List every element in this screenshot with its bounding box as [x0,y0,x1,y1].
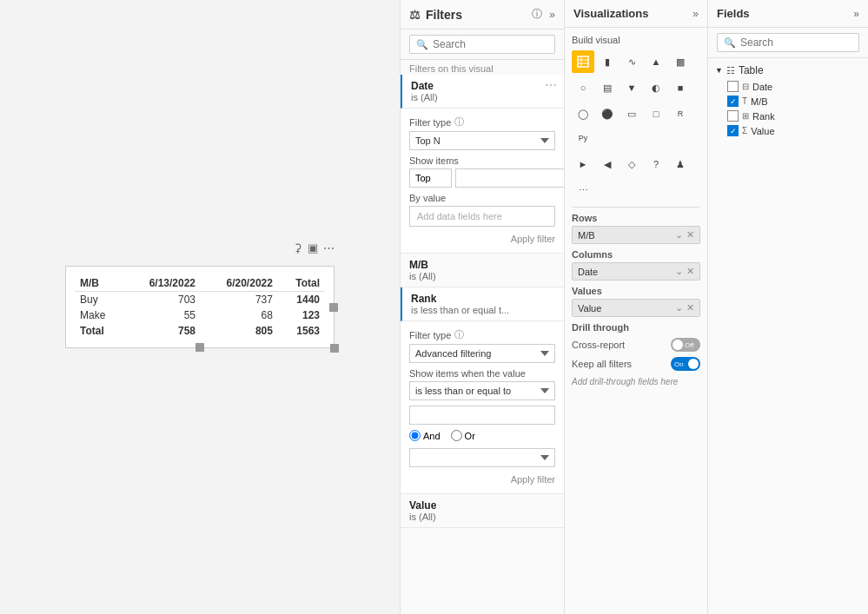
viz-gauge-icon[interactable]: ◐ [645,76,667,99]
radio-and[interactable] [409,430,421,441]
field-checkbox[interactable] [727,110,739,122]
table-header: Total [278,275,325,292]
keep-filters-toggle[interactable]: On [671,357,700,371]
fields-panel-header: Fields » [708,0,868,28]
viz-matrix-icon[interactable]: R [669,102,692,125]
focus-icon[interactable]: ▣ [308,241,318,254]
radio-and-label[interactable]: And [409,430,441,441]
condition-dropdown-rank[interactable]: is less than or equal to is less than is… [409,381,555,400]
radio-or-label[interactable]: Or [451,430,475,441]
columns-field-icons[interactable]: ⌄ ✕ [675,266,694,277]
filters-info-icon[interactable]: ⓘ [532,7,542,22]
condition-value-rank[interactable]: 2 [409,406,555,425]
table-cell: 805 [201,323,278,339]
show-items-when-label: Show items when the value [409,368,555,379]
second-condition-rank[interactable] [409,448,555,467]
values-field-remove-icon[interactable]: ✕ [686,302,694,314]
viz-line-icon[interactable]: ∿ [620,50,643,73]
viz-card-icon[interactable]: ■ [669,76,692,99]
viz-more-icon[interactable]: ⋯ [572,179,594,201]
filters-expand-icon[interactable]: » [549,9,555,21]
table-row: Total7588051563 [75,323,325,339]
viz-bar-icon[interactable]: ▮ [596,50,619,73]
filter-card-date[interactable]: Date is (All) [401,75,564,109]
viz-slicer-icon[interactable]: ◀ [596,153,619,175]
table-header: 6/13/2022 [123,275,201,292]
filter-card-value[interactable]: Value is (All) [401,494,564,528]
fields-search: 🔍 [708,28,868,58]
rows-field-remove-icon[interactable]: ✕ [686,229,694,241]
filter-type-info-icon: ⓘ [454,116,464,129]
drill-through-label: Drill through [572,322,700,333]
show-items-row-date: Top Bottom [409,168,555,188]
filter-type-select-rank[interactable]: Advanced filtering Basic filtering Top N [409,344,555,363]
rows-field-icons[interactable]: ⌄ ✕ [675,229,694,241]
show-items-dropdown-date[interactable]: Top Bottom [409,168,452,188]
viz-area-icon[interactable]: ▲ [645,50,667,73]
cross-report-label: Cross-report [572,340,625,350]
rows-field-expand-icon[interactable]: ⌄ [675,229,683,241]
filters-more-icon[interactable]: ⋯ [545,78,557,92]
radio-or[interactable] [451,430,462,441]
rows-field[interactable]: M/B ⌄ ✕ [572,226,700,244]
viz-custom-icon[interactable]: ♟ [669,153,692,175]
field-type-icon: T [742,96,747,106]
table-cell: 1440 [278,292,325,308]
viz-kpi-icon[interactable]: ► [572,153,594,175]
field-item[interactable]: ⊟Date [708,79,868,94]
field-item[interactable]: ⊞Rank [708,109,868,123]
filter-card-mb[interactable]: M/B is (All) [401,254,564,287]
viz-icons-row-2: ○ ▤ ▼ ◐ ■ [572,76,700,99]
viz-waterfall-icon[interactable]: ▤ [596,76,619,99]
show-items-number-date[interactable] [455,168,564,188]
viz-panel-title: Visualizations [573,7,648,20]
by-value-input-date[interactable]: Add data fields here [409,206,555,227]
build-visual-label: Build visual [572,35,700,45]
field-type-icon: Σ [742,126,747,135]
field-checkbox[interactable] [727,81,739,92]
viz-table-icon[interactable] [572,50,594,73]
viz-funnel-icon[interactable]: ▼ [620,76,643,99]
table-cell: 123 [278,307,325,323]
more-icon[interactable]: ⋯ [323,241,335,254]
field-item[interactable]: ✓TM/B [708,94,868,109]
fields-group-header-table[interactable]: ▼ ☷ Table [708,62,868,79]
field-checkbox[interactable]: ✓ [727,125,739,136]
fields-expand-icon[interactable]: » [853,8,859,20]
filter-card-rank[interactable]: Rank is less than or equal t... [401,287,564,321]
resize-handle-br[interactable] [330,344,339,353]
values-field-icons[interactable]: ⌄ ✕ [675,302,694,314]
filters-search: 🔍 [401,30,564,60]
field-checkbox[interactable]: ✓ [727,96,739,107]
viz-map-icon[interactable]: ⚫ [596,102,619,125]
apply-filter-btn-date[interactable]: Apply filter [409,232,555,246]
filters-search-box: 🔍 [409,35,555,54]
filter-icon[interactable]: ⚳ [294,241,302,254]
viz-qna-icon[interactable]: ? [645,153,667,175]
viz-stacked-bar-icon[interactable]: ▩ [669,50,692,73]
viz-decomp-icon[interactable]: ◇ [620,153,643,175]
viz-icons-row-3: ◯ ⚫ ▭ □ R Py [572,102,700,149]
apply-filter-btn-rank[interactable]: Apply filter [409,472,555,486]
viz-python-icon[interactable]: Py [572,127,594,149]
values-field[interactable]: Value ⌄ ✕ [572,299,700,317]
resize-handle-r[interactable] [329,303,338,312]
resize-handle-b[interactable] [195,343,204,352]
filters-header-icons: ⓘ » [532,7,555,22]
viz-donut-icon[interactable]: ◯ [572,102,594,125]
columns-field-expand-icon[interactable]: ⌄ [675,266,683,277]
viz-scatter-icon[interactable]: ○ [572,76,594,99]
cross-report-knob [673,340,683,350]
fields-search-input[interactable] [740,36,852,49]
viz-treemap-icon[interactable]: □ [645,102,667,125]
columns-field[interactable]: Date ⌄ ✕ [572,262,700,281]
filter-type-select-date[interactable]: Top N Basic filtering Advanced filtering [409,131,555,150]
keep-filters-toggle-label: On [674,360,684,368]
values-field-expand-icon[interactable]: ⌄ [675,302,683,314]
cross-report-toggle[interactable]: Off [671,338,700,352]
viz-expand-icon[interactable]: » [692,8,699,20]
filters-search-input[interactable] [433,38,548,50]
columns-field-remove-icon[interactable]: ✕ [686,266,694,277]
field-item[interactable]: ✓ΣValue [708,123,868,138]
viz-filled-map-icon[interactable]: ▭ [620,102,643,125]
